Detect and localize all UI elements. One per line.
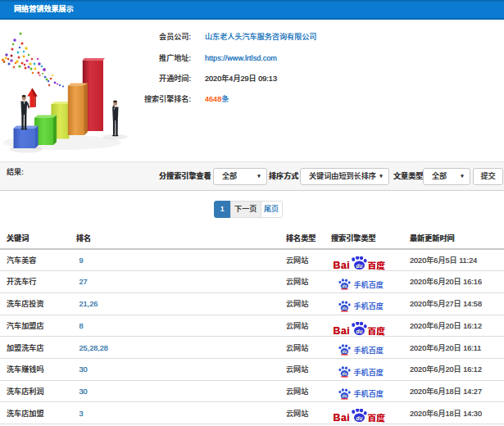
svg-text:百度: 百度 <box>368 259 386 271</box>
svg-text:du: du <box>356 328 363 333</box>
svg-text:du: du <box>356 415 363 421</box>
svg-text:Bai: Bai <box>334 325 350 337</box>
svg-text:du: du <box>343 284 347 288</box>
svg-text:du: du <box>343 306 347 310</box>
svg-text:du: du <box>356 262 363 268</box>
svg-text:Bai: Bai <box>334 260 350 271</box>
svg-text:百度: 百度 <box>368 324 386 337</box>
svg-text:du: du <box>343 393 347 397</box>
svg-text:du: du <box>343 350 347 354</box>
svg-text:Bai: Bai <box>334 412 350 424</box>
svg-text:du: du <box>343 372 347 376</box>
svg-text:百度: 百度 <box>368 412 386 424</box>
